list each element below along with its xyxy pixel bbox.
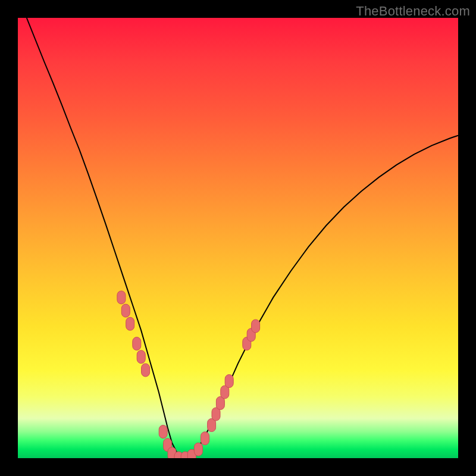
watermark-text: TheBottleneck.com (356, 4, 470, 19)
marker (201, 432, 209, 445)
marker (126, 317, 134, 330)
chart-svg (18, 18, 458, 458)
outer-frame: TheBottleneck.com (0, 0, 476, 476)
marker (117, 291, 126, 304)
highlight-markers (117, 291, 260, 458)
plot-area (18, 18, 458, 458)
marker (137, 350, 145, 364)
marker (133, 337, 141, 350)
marker (121, 304, 130, 317)
marker (159, 425, 167, 439)
marker (252, 320, 260, 333)
bottleneck-curve (27, 18, 458, 458)
marker (225, 375, 233, 388)
marker (194, 443, 202, 456)
marker (142, 364, 150, 377)
